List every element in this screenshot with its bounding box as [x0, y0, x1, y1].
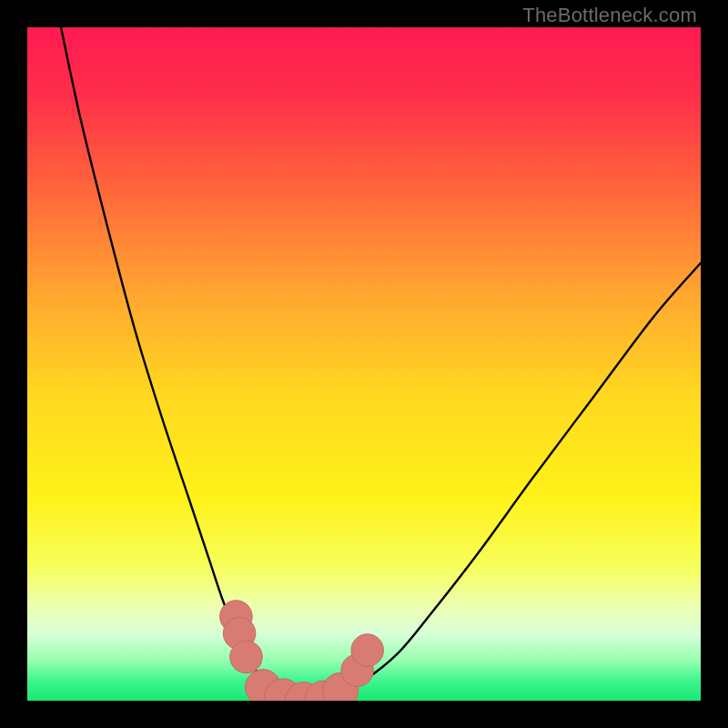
- bottleneck-curve: [61, 27, 701, 701]
- chart-frame: TheBottleneck.com: [0, 0, 728, 728]
- data-marker: [351, 634, 384, 667]
- plot-area: [27, 27, 701, 701]
- data-markers: [220, 601, 384, 701]
- curve-layer: [27, 27, 701, 701]
- data-marker: [230, 641, 263, 673]
- watermark-text: TheBottleneck.com: [522, 4, 697, 27]
